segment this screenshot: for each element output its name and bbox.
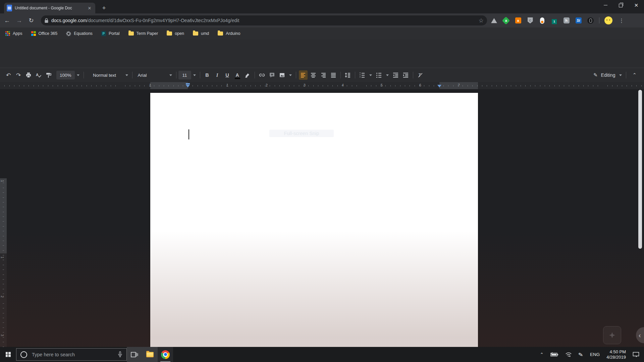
browser-menu-icon[interactable]: ⋮	[619, 17, 624, 24]
orange-extension-icon[interactable]: a	[515, 17, 522, 24]
collapse-toolbar-icon[interactable]: ⌃	[632, 72, 637, 78]
font-size-caret-icon[interactable]	[193, 74, 196, 76]
line-spacing-button[interactable]	[343, 70, 352, 80]
left-indent-marker[interactable]	[186, 85, 190, 87]
window-minimize-button[interactable]	[598, 0, 613, 10]
bookmark-star-icon[interactable]: ☆	[479, 17, 484, 24]
editing-mode-caret-icon[interactable]	[619, 74, 622, 76]
text-color-icon: A	[235, 72, 239, 78]
antivirus-extension-icon[interactable]: a	[502, 17, 509, 24]
h-extension-icon[interactable]: h	[563, 17, 570, 24]
bookmark-office365[interactable]: Office 365	[31, 31, 58, 36]
numbered-list-button[interactable]	[358, 70, 367, 80]
undo-button[interactable]: ↶	[4, 70, 13, 80]
zoom-caret-icon[interactable]	[77, 74, 79, 76]
language-indicator[interactable]: ENG	[590, 352, 600, 357]
bookmark-arduino[interactable]: Arduino	[218, 31, 240, 36]
underline-button[interactable]: U	[223, 70, 232, 80]
ruler-number: 1	[0, 180, 4, 182]
drive-extension-icon[interactable]	[490, 17, 497, 24]
window-controls: ✕	[598, 0, 644, 10]
browser-profile-avatar[interactable]	[604, 16, 612, 24]
spellcheck-button[interactable]: A	[34, 70, 43, 80]
right-indent-marker[interactable]	[437, 85, 441, 87]
text-color-button[interactable]: A	[233, 70, 242, 80]
window-restore-button[interactable]	[613, 0, 629, 10]
styles-caret-icon[interactable]	[125, 74, 128, 76]
start-button[interactable]	[0, 347, 16, 362]
clear-formatting-button[interactable]: T	[416, 70, 425, 80]
paint-format-button[interactable]	[44, 70, 53, 80]
bookmark-umd[interactable]: umd	[193, 31, 209, 36]
wifi-icon[interactable]	[565, 352, 572, 357]
font-select[interactable]: Arial	[135, 70, 167, 80]
taskbar: ⌃ ✎ ENG 4:50 PM 4/28/2019	[0, 347, 644, 362]
explore-button[interactable]	[603, 326, 621, 344]
microphone-icon[interactable]	[118, 351, 122, 358]
italic-button[interactable]: I	[213, 70, 222, 80]
action-center-icon[interactable]	[633, 352, 639, 358]
bookmark-term-paper[interactable]: Term Paper	[128, 31, 158, 36]
align-center-button[interactable]	[309, 70, 318, 80]
url-text: docs.google.com/document/d/1dwOxxS-Fu-0n…	[51, 18, 476, 23]
document-page[interactable]: Full-screen Snip	[150, 93, 478, 347]
windows-ink-icon[interactable]: ✎	[577, 352, 585, 358]
file-explorer-button[interactable]	[142, 347, 158, 362]
battery-icon[interactable]	[550, 352, 558, 357]
print-button[interactable]	[24, 70, 33, 80]
tab-close-icon[interactable]: ✕	[87, 5, 93, 11]
ruler-number: 7	[458, 83, 460, 87]
oval-extension-icon[interactable]	[539, 17, 546, 24]
highlight-button[interactable]	[243, 70, 252, 80]
add-comment-button[interactable]	[268, 70, 276, 80]
align-right-button[interactable]	[319, 70, 328, 80]
taskbar-search[interactable]	[16, 348, 127, 361]
insert-image-button[interactable]	[278, 70, 286, 80]
omnibox[interactable]: docs.google.com/document/d/1dwOxxS-Fu-0n…	[41, 15, 487, 25]
bookmark-open[interactable]: open	[167, 31, 184, 36]
back-button[interactable]: ←	[2, 15, 12, 25]
taskbar-apps	[127, 347, 173, 362]
increase-indent-button[interactable]	[401, 70, 410, 80]
align-left-icon	[300, 72, 306, 78]
bulleted-list-button[interactable]	[375, 70, 383, 80]
editing-mode-label[interactable]: Editing	[601, 72, 615, 78]
bulleted-list-caret-icon[interactable]	[386, 74, 389, 76]
folder-icon	[218, 32, 223, 36]
font-size-select[interactable]: 11	[178, 71, 191, 79]
chevron-left-icon: ‹	[639, 331, 641, 339]
new-tab-button[interactable]: +	[99, 3, 109, 13]
vertical-scrollbar-thumb[interactable]	[638, 90, 642, 249]
redo-button[interactable]: ↷	[14, 70, 23, 80]
bookmark-equations[interactable]: Equations	[66, 31, 93, 36]
chrome-icon	[161, 350, 170, 359]
clock[interactable]: 4:50 PM 4/28/2019	[606, 349, 626, 360]
numbered-list-caret-icon[interactable]	[369, 74, 372, 76]
font-caret-icon[interactable]	[169, 74, 172, 76]
chrome-taskbar-button[interactable]	[158, 347, 173, 362]
decrease-indent-icon	[392, 72, 399, 78]
tray-expand-icon[interactable]: ⌃	[540, 352, 544, 357]
shield-extension-icon[interactable]: C	[527, 17, 534, 24]
insert-link-button[interactable]	[258, 70, 266, 80]
bold-button[interactable]: B	[203, 70, 212, 80]
bookmark-apps[interactable]: Apps	[5, 31, 22, 36]
decrease-indent-button[interactable]	[391, 70, 400, 80]
styles-select[interactable]: Normal text	[87, 70, 123, 80]
task-view-button[interactable]	[127, 347, 142, 362]
bookmark-portal[interactable]: P Portal	[101, 31, 120, 36]
side-panel-chevron-button[interactable]: ‹	[636, 327, 644, 343]
forward-button[interactable]: →	[14, 15, 24, 25]
window-close-button[interactable]: ✕	[629, 0, 644, 10]
align-left-button[interactable]	[299, 70, 308, 80]
teal-badge-extension-icon[interactable]: 1	[551, 17, 558, 24]
justify-button[interactable]	[329, 70, 338, 80]
search-input[interactable]	[31, 352, 114, 358]
first-line-indent-marker[interactable]	[186, 83, 190, 84]
reload-button[interactable]: ↻	[26, 15, 36, 25]
browser-tab-active[interactable]: Untitled document - Google Doc ✕	[4, 3, 95, 13]
st-extension-icon[interactable]: St	[575, 17, 582, 24]
zoom-select[interactable]: 100%	[56, 71, 75, 79]
image-caret-icon[interactable]	[289, 74, 292, 76]
mouse-extension-icon[interactable]	[587, 17, 594, 24]
